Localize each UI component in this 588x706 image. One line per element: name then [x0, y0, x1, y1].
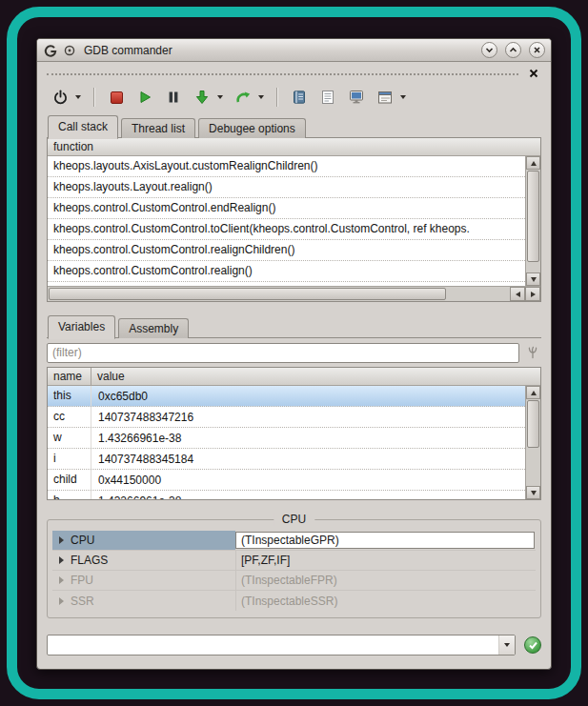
- cpu-register-name: SSR: [71, 595, 94, 608]
- show-cpu-button[interactable]: [345, 86, 368, 109]
- scroll-right-button[interactable]: [525, 287, 540, 301]
- scrollbar-handle[interactable]: [527, 171, 539, 262]
- scroll-up-button[interactable]: [526, 386, 540, 399]
- variables-tabs: VariablesAssembly: [47, 313, 541, 338]
- tab[interactable]: Thread list: [121, 118, 195, 138]
- scrollbar-track[interactable]: [526, 170, 540, 272]
- callstack-row[interactable]: kheops.control.CustomControl.endRealign(…: [48, 198, 525, 219]
- arrow-up-icon: [531, 161, 537, 166]
- step-over-button[interactable]: [232, 86, 254, 109]
- callstack-body: kheops.layouts.AxisLayout.customRealignC…: [48, 156, 540, 286]
- callstack-row[interactable]: kheops.control.CustomControl.realignChil…: [48, 240, 525, 261]
- close-icon: [529, 69, 538, 78]
- show-memory-dropdown-button[interactable]: [397, 86, 409, 109]
- variables-column-name[interactable]: name: [48, 368, 91, 385]
- chevron-right-icon[interactable]: [59, 597, 64, 605]
- chevron-right-icon[interactable]: [59, 576, 64, 584]
- chevron-down-icon: [217, 95, 223, 99]
- dock-close-button[interactable]: [526, 66, 541, 81]
- scrollbar-track[interactable]: [48, 287, 510, 301]
- gdb-commander-window: GDB commander: [36, 38, 552, 670]
- callstack-tabs: Call stackThread listDebugee options: [47, 113, 541, 138]
- variable-row[interactable]: w 1.43266961e-38: [48, 428, 525, 449]
- dock-grip-handle[interactable]: [47, 73, 518, 75]
- scrollbar-handle[interactable]: [49, 288, 446, 300]
- tab[interactable]: Debugee options: [198, 118, 306, 138]
- filter-input[interactable]: [47, 343, 519, 363]
- cpu-register-tree: CPU (TInspectableGPR) FLAGS [PF,ZF,IF] F…: [52, 531, 536, 611]
- power-button[interactable]: [49, 86, 71, 109]
- step-over-dropdown-button[interactable]: [255, 86, 267, 109]
- callstack-row[interactable]: kheops.control.CustomControl.toClient(kh…: [48, 219, 525, 240]
- variables-column-value[interactable]: value: [91, 368, 540, 385]
- callstack-row[interactable]: kheops.layouts.AxisLayout.customRealignC…: [48, 156, 525, 177]
- chevron-right-icon[interactable]: [59, 556, 64, 564]
- cpu-register-name-cell[interactable]: FLAGS: [52, 551, 235, 570]
- variables-rows: this 0xc65db0 cc 140737488347216 w 1.432…: [48, 386, 525, 499]
- minimize-button[interactable]: [481, 42, 497, 58]
- scrollbar-track[interactable]: [526, 399, 540, 486]
- cpu-register-row[interactable]: FPU (TInspectableFPR): [52, 571, 536, 591]
- scrollbar-handle[interactable]: [527, 400, 539, 448]
- arrow-down-icon: [531, 277, 537, 282]
- chevron-right-icon[interactable]: [59, 536, 64, 544]
- variable-row[interactable]: cc 140737488347216: [48, 407, 525, 428]
- variable-row[interactable]: this 0xc65db0: [48, 386, 525, 407]
- stop-button[interactable]: [105, 86, 128, 109]
- send-command-button[interactable]: [524, 636, 541, 654]
- callstack-rows: kheops.layouts.AxisLayout.customRealignC…: [48, 156, 525, 286]
- scroll-left-button[interactable]: [510, 287, 525, 301]
- show-log-button[interactable]: [288, 86, 311, 109]
- cpu-register-row[interactable]: SSR (TInspectableSSR): [52, 591, 536, 611]
- maximize-button[interactable]: [505, 42, 521, 58]
- close-button[interactable]: [529, 42, 545, 58]
- callstack-row[interactable]: kheops.layouts.Layout.realign(): [48, 177, 525, 198]
- gdb-command-combobox[interactable]: [47, 635, 516, 656]
- variable-row[interactable]: child 0x44150000: [48, 470, 525, 491]
- filter-options-button[interactable]: [524, 344, 541, 361]
- cpu-register-name-cell[interactable]: CPU: [52, 531, 235, 550]
- horizontal-scrollbar[interactable]: [48, 286, 540, 301]
- cpu-register-name-cell[interactable]: FPU: [52, 571, 235, 590]
- cpu-register-value[interactable]: (TInspectableFPR): [235, 571, 536, 590]
- pause-button[interactable]: [162, 86, 185, 109]
- cpu-view-icon: [349, 90, 364, 105]
- pause-icon: [167, 91, 180, 104]
- variable-row[interactable]: i 140737488345184: [48, 449, 525, 470]
- continue-button[interactable]: [133, 86, 156, 109]
- variable-name: i: [48, 449, 91, 469]
- step-into-dropdown-button[interactable]: [214, 86, 226, 109]
- variable-value: 0xc65db0: [91, 390, 525, 403]
- tab[interactable]: Call stack: [48, 115, 118, 139]
- cpu-register-row[interactable]: CPU (TInspectableGPR): [52, 531, 536, 551]
- tab[interactable]: Assembly: [118, 318, 189, 338]
- scroll-up-button[interactable]: [526, 156, 540, 170]
- power-dropdown-button[interactable]: [72, 86, 84, 109]
- cpu-register-value[interactable]: (TInspectableSSR): [235, 591, 536, 611]
- variable-row[interactable]: b 1.43266961e-38: [48, 491, 525, 499]
- gdb-command-input[interactable]: [48, 635, 498, 655]
- show-output-button[interactable]: [316, 86, 339, 109]
- memory-view-icon: [377, 91, 393, 105]
- cpu-register-row[interactable]: FLAGS [PF,ZF,IF]: [52, 551, 536, 571]
- scroll-down-button[interactable]: [526, 272, 540, 286]
- cpu-register-value[interactable]: (TInspectableGPR): [235, 532, 535, 549]
- window-menu-icon[interactable]: [63, 44, 76, 57]
- vertical-scrollbar[interactable]: [525, 156, 540, 286]
- vertical-scrollbar[interactable]: [525, 386, 540, 499]
- callstack-table-header[interactable]: function: [48, 138, 540, 156]
- step-into-button[interactable]: [191, 86, 213, 109]
- cpu-register-value[interactable]: [PF,ZF,IF]: [235, 551, 536, 570]
- chevron-down-icon: [484, 45, 495, 55]
- titlebar[interactable]: GDB commander: [37, 39, 551, 62]
- show-memory-button[interactable]: [374, 86, 396, 109]
- cpu-register-name-cell[interactable]: SSR: [52, 591, 235, 611]
- scroll-down-button[interactable]: [526, 486, 540, 499]
- step-over-group: [232, 86, 267, 109]
- tab[interactable]: Variables: [48, 315, 115, 339]
- cpu-groupbox: CPU CPU (TInspectableGPR) FLAGS: [47, 519, 541, 618]
- combo-dropdown-button[interactable]: [498, 635, 515, 655]
- callstack-row[interactable]: kheops.control.CustomControl.realign(): [48, 261, 525, 282]
- app-icon[interactable]: [43, 43, 58, 58]
- arrow-down-icon: [531, 491, 537, 495]
